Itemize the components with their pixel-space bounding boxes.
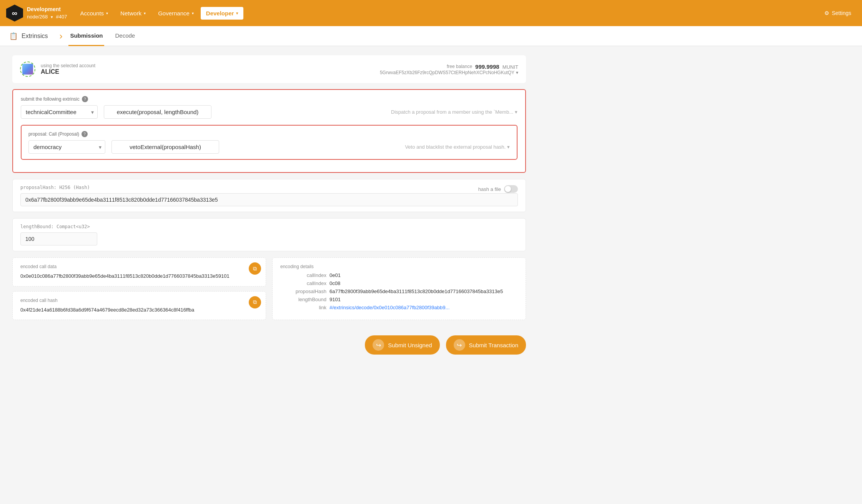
copy-call-hash-button[interactable]: ⧉ xyxy=(249,296,261,308)
extrinsic-label: submit the following extrinsic ? xyxy=(21,96,518,102)
method-display: execute(proposal, lengthBound) xyxy=(104,105,211,119)
tab-decode[interactable]: Decode xyxy=(113,26,136,46)
encoding-row-1: callIndex 0c08 xyxy=(280,280,518,286)
proposal-hash-label: proposalHash: H256 (Hash) xyxy=(20,185,90,190)
chevron-down-icon: ▾ xyxy=(192,11,194,15)
encoded-call-hash-label: encoded call hash xyxy=(20,298,258,303)
subnav: 📋 Extrinsics › Submission Decode xyxy=(0,26,862,46)
encoding-val: 6a77fb2800f39abb9e65de4ba3111f8513c820b0… xyxy=(329,288,518,294)
main-nav: Accounts ▾ Network ▾ Governance ▾ Develo… xyxy=(75,7,820,20)
proposal-module-select-wrapper: democracy ▾ xyxy=(28,140,105,154)
extrinsic-box: submit the following extrinsic ? technic… xyxy=(12,89,526,173)
balance-row: free balance 999.9998 MUNIT xyxy=(380,63,518,70)
node-path: node/268 ▾ #407 xyxy=(27,13,67,20)
chevron-down-icon[interactable]: ▾ xyxy=(507,144,510,150)
encoded-call-data-box: encoded call data 0x0e010c086a77fb2800f3… xyxy=(12,257,266,287)
extrinsics-icon: 📋 xyxy=(9,32,18,40)
account-section: using the selected account ALICE free ba… xyxy=(12,55,526,83)
settings-button[interactable]: ⚙ Settings xyxy=(820,7,856,19)
submit-transaction-icon: ↪ xyxy=(454,339,465,351)
gear-icon: ⚙ xyxy=(824,10,829,16)
chevron-down-icon: ▾ xyxy=(236,11,238,15)
module-select[interactable]: technicalCommittee xyxy=(21,105,98,119)
encoding-row-2: proposalHash 6a77fb2800f39abb9e65de4ba31… xyxy=(280,288,518,294)
proposal-hash-header: proposalHash: H256 (Hash) hash a file xyxy=(20,185,518,193)
subnav-section: Extrinsics xyxy=(22,33,48,40)
account-right: free balance 999.9998 MUNIT 5GrwvaEF5zXb… xyxy=(380,63,518,75)
node-name: Development xyxy=(27,6,67,13)
proposal-hash-section: proposalHash: H256 (Hash) hash a file 0x… xyxy=(12,179,526,212)
header: ∞ Development node/268 ▾ #407 Accounts ▾… xyxy=(0,0,862,26)
subnav-tabs: Submission Decode xyxy=(68,26,136,46)
length-bound-label: lengthBound: Compact<u32> xyxy=(20,224,518,229)
submit-unsigned-icon: ↪ xyxy=(373,339,384,351)
hash-file-toggle-input[interactable] xyxy=(504,185,518,193)
proposal-row: democracy ▾ vetoExternal(proposalHash) V… xyxy=(28,140,510,154)
encoding-key: callIndex xyxy=(280,272,326,278)
encoding-link-key: link xyxy=(280,305,326,310)
proposal-module-select[interactable]: democracy xyxy=(28,140,105,154)
submit-transaction-button[interactable]: ↪ Submit Transaction xyxy=(446,335,526,355)
encoding-link-val: #/extrinsics/decode/0x0e010c086a77fb2800… xyxy=(329,305,518,310)
tab-submission[interactable]: Submission xyxy=(68,26,104,46)
proposal-dispatch-info: Veto and blacklist the external proposal… xyxy=(225,144,510,150)
chevron-down-icon[interactable]: ▾ xyxy=(51,15,53,19)
avatar-image xyxy=(22,64,33,75)
encoding-val: 0e01 xyxy=(329,272,518,278)
account-left: using the selected account ALICE xyxy=(20,61,95,77)
bottom-grid: encoded call data 0x0e010c086a77fb2800f3… xyxy=(12,257,526,320)
hash-file-toggle: hash a file xyxy=(478,185,518,193)
encoding-details-label: encoding details xyxy=(280,264,518,269)
encoding-row-4: link #/extrinsics/decode/0x0e010c086a77f… xyxy=(280,305,518,310)
encoding-details-box: encoding details callIndex 0e01 callInde… xyxy=(272,257,526,320)
proposal-label: proposal: Call (Proposal) ? xyxy=(28,131,510,137)
account-info: using the selected account ALICE xyxy=(41,63,95,75)
encoded-call-data-value: 0x0e010c086a77fb2800f39abb9e65de4ba3111f… xyxy=(20,272,258,280)
nav-developer[interactable]: Developer ▾ xyxy=(201,7,244,20)
encoded-call-hash-value: 0x4f21de14a6188b6fd38a6d9f674a4679eecd8e… xyxy=(20,306,258,314)
balance-amount: 999.9998 MUNIT xyxy=(475,63,518,70)
balance-label: free balance xyxy=(447,64,472,69)
node-info: Development node/268 ▾ #407 xyxy=(27,6,67,20)
extrinsic-row: technicalCommittee ▾ execute(proposal, l… xyxy=(21,105,518,119)
length-bound-value[interactable]: 100 xyxy=(20,232,97,245)
logo-block: ∞ Development node/268 ▾ #407 xyxy=(6,5,67,22)
module-select-wrapper: technicalCommittee ▾ xyxy=(21,105,98,119)
encoding-key: callIndex xyxy=(280,280,326,286)
encoding-val: 0c08 xyxy=(329,280,518,286)
proposal-box: proposal: Call (Proposal) ? democracy ▾ … xyxy=(21,125,518,160)
main-content: using the selected account ALICE free ba… xyxy=(0,46,538,367)
length-bound-section: lengthBound: Compact<u32> 100 xyxy=(12,218,526,251)
chevron-down-icon: ▾ xyxy=(106,11,108,15)
left-column: encoded call data 0x0e010c086a77fb2800f3… xyxy=(12,257,266,320)
chevron-down-icon[interactable]: ▾ xyxy=(516,70,518,75)
encoding-key: proposalHash xyxy=(280,288,326,294)
submit-unsigned-button[interactable]: ↪ Submit Unsigned xyxy=(365,335,439,355)
avatar xyxy=(20,61,35,77)
footer-actions: ↪ Submit Unsigned ↪ Submit Transaction xyxy=(12,329,526,358)
chevron-down-icon: ▾ xyxy=(144,11,146,15)
dispatch-info: Dispatch a proposal from a member using … xyxy=(218,109,518,115)
logo-icon: ∞ xyxy=(6,5,23,22)
account-name: ALICE xyxy=(41,68,95,75)
encoding-val: 9101 xyxy=(329,297,518,302)
encoding-table: callIndex 0e01 callIndex 0c08 proposalHa… xyxy=(280,272,518,310)
account-address: 5GrwvaEF5zXb26Fz9rcQpDWS57CtERHpNehXCPcN… xyxy=(380,70,518,75)
proposal-method-display: vetoExternal(proposalHash) xyxy=(111,140,219,154)
nav-governance[interactable]: Governance ▾ xyxy=(153,7,199,20)
copy-call-data-button[interactable]: ⧉ xyxy=(249,262,261,275)
encoding-row-3: lengthBound 9101 xyxy=(280,297,518,302)
toggle-knob xyxy=(505,186,511,192)
info-icon[interactable]: ? xyxy=(82,96,88,102)
nav-accounts[interactable]: Accounts ▾ xyxy=(75,7,113,20)
nav-network[interactable]: Network ▾ xyxy=(115,7,151,20)
nav-separator: › xyxy=(59,31,62,41)
encoded-call-data-label: encoded call data xyxy=(20,264,258,269)
info-icon[interactable]: ? xyxy=(82,131,88,137)
encoding-row-0: callIndex 0e01 xyxy=(280,272,518,278)
proposal-hash-value[interactable]: 0x6a77fb2800f39abb9e65de4ba3111f8513c820… xyxy=(20,193,518,206)
encoded-call-hash-box: encoded call hash 0x4f21de14a6188b6fd38a… xyxy=(12,291,266,320)
encoding-link[interactable]: #/extrinsics/decode/0x0e010c086a77fb2800… xyxy=(329,305,449,310)
chevron-down-icon[interactable]: ▾ xyxy=(515,109,518,115)
encoding-key: lengthBound xyxy=(280,297,326,302)
